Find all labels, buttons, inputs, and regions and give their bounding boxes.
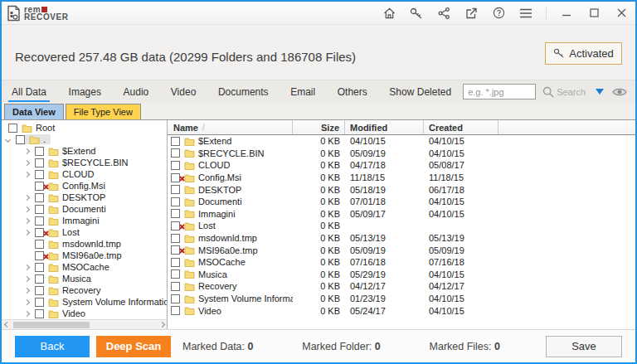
row-checkbox[interactable] [171,185,180,194]
nav-tab[interactable]: Email [285,81,320,102]
row-checkbox[interactable] [171,209,180,218]
tab-file-type-view[interactable]: File Type View [66,104,141,119]
tree-item[interactable]: MSI96a0e.tmp [2,250,167,261]
tree-item[interactable]: Lost [2,226,167,238]
help-icon[interactable] [491,6,506,21]
table-row[interactable]: Immagini 0 KB 05/09/17 04/10/15 [168,208,635,221]
key-icon[interactable] [409,6,424,21]
nav-tab[interactable]: Others [333,81,372,102]
tab-data-view[interactable]: Data View [4,104,64,119]
back-button[interactable]: Back [15,336,90,357]
row-checkbox[interactable] [171,137,180,146]
share-icon[interactable] [436,6,451,21]
tree-item-checkbox[interactable] [35,240,44,249]
save-button[interactable]: Save [546,336,622,357]
row-checkbox[interactable] [171,234,180,243]
maximize-icon[interactable] [586,6,601,21]
tree-item[interactable]: Recovery [2,284,167,296]
tree-item[interactable]: DESKTOP [2,192,167,203]
tree-item-checkbox[interactable] [16,135,25,144]
row-checkbox[interactable] [171,148,180,158]
tree-item-checkbox[interactable] [35,158,44,167]
table-row[interactable]: Documenti 0 KB 07/01/18 04/10/15 [168,196,635,208]
preview-eye-icon[interactable] [612,87,627,97]
table-row[interactable]: $Extend 0 KB 04/10/15 04/10/15 [168,135,635,148]
table-row[interactable]: Recovery 0 KB 04/12/17 04/12/17 [168,280,635,293]
minimize-icon[interactable] [559,6,574,21]
tree-item[interactable]: Documenti [2,203,167,215]
table-row[interactable]: System Volume Information 0 KB 01/23/19 … [168,293,635,305]
search-input[interactable] [463,84,536,99]
expand-chevron-icon[interactable] [24,159,30,165]
tree-item[interactable]: MSOCache [2,261,167,273]
tree-item[interactable]: $RECYCLE.BIN [2,157,167,168]
table-row[interactable]: DESKTOP 0 KB 05/18/19 06/17/18 [168,183,635,196]
tree-item-checkbox[interactable] [35,216,44,226]
tree-item[interactable]: msdownld.tmp [2,238,167,250]
tree-item[interactable]: $Extend [2,145,167,157]
expand-chevron-icon[interactable] [24,310,30,316]
nav-tab[interactable]: Documents [213,81,274,102]
column-header-modified[interactable]: Modified [345,120,424,134]
tree-item[interactable]: System Volume Information [2,296,167,308]
table-row[interactable]: Lost 0 KB [168,220,635,232]
tree-item[interactable]: Immagini [2,215,167,226]
collapse-chevron-icon[interactable] [5,136,11,142]
tree-item-checkbox[interactable] [35,263,44,272]
tree-item-checkbox[interactable] [8,124,17,133]
close-icon[interactable] [614,6,629,21]
tree-item[interactable]: Musica [2,273,167,284]
expand-chevron-icon[interactable] [24,287,30,293]
expand-chevron-icon[interactable] [24,206,30,211]
export-icon[interactable] [464,6,479,21]
tree-item[interactable]: CLOUD [2,168,167,180]
expand-chevron-icon[interactable] [24,194,30,200]
nav-tab[interactable]: All Data [7,81,51,102]
expand-chevron-icon[interactable] [24,264,30,269]
tree-item-checkbox[interactable] [35,170,44,179]
row-checkbox[interactable] [171,294,180,303]
tree-horizontal-scrollbar[interactable] [2,319,167,329]
expand-chevron-icon[interactable] [24,298,30,304]
expand-chevron-icon[interactable] [24,217,30,223]
activated-button[interactable]: Activated [545,42,622,65]
column-header-size[interactable]: Size [293,120,345,134]
table-row[interactable]: Musica 0 KB 05/29/19 04/10/15 [168,269,635,281]
table-row[interactable]: msdownld.tmp 0 KB 05/13/19 05/13/19 [168,232,635,245]
table-row[interactable]: $RECYCLE.BIN 0 KB 05/09/19 04/10/15 [168,148,635,160]
search-button[interactable]: Search [542,86,586,98]
row-checkbox[interactable] [171,197,180,206]
tree-item-checkbox[interactable] [35,274,44,284]
nav-tab[interactable]: Show Deleted [384,81,456,102]
deep-scan-button[interactable]: Deep Scan [96,336,171,357]
expand-chevron-icon[interactable] [24,148,30,153]
table-row[interactable]: Video 0 KB 05/24/17 04/10/15 [168,304,635,317]
tree-item[interactable]: Video [2,308,167,319]
row-checkbox[interactable] [171,258,180,267]
row-checkbox[interactable] [171,269,180,279]
table-row[interactable]: CLOUD 0 KB 04/17/18 05/08/17 [168,159,635,172]
row-checkbox[interactable] [171,161,180,170]
table-row[interactable]: MSI96a0e.tmp 0 KB 05/09/19 05/09/19 [168,244,635,256]
nav-tab[interactable]: Video [166,81,201,102]
nav-tab[interactable]: Audio [119,81,154,102]
home-icon[interactable] [382,6,396,21]
table-row[interactable]: MSOCache 0 KB 07/16/18 07/16/18 [168,256,635,269]
tree-item-checkbox[interactable] [35,147,44,156]
row-checkbox[interactable] [171,282,180,291]
menu-icon[interactable] [518,6,533,21]
nav-tab[interactable]: Images [64,81,106,102]
table-row[interactable]: Config.Msi 0 KB 11/18/15 11/18/15 [168,172,635,184]
scroll-right-icon[interactable] [157,320,167,330]
tree-item-checkbox[interactable] [35,286,44,295]
expand-chevron-icon[interactable] [24,171,30,177]
tree-item-checkbox[interactable] [35,298,44,307]
column-header-created[interactable]: Created [424,120,498,134]
tree-item-checkbox[interactable] [35,309,44,318]
tree-item-drive[interactable]: . [2,133,167,145]
tree-item-checkbox[interactable] [35,193,44,202]
column-header-name[interactable]: Name / [168,120,293,134]
expand-chevron-icon[interactable] [24,275,30,281]
scroll-left-icon[interactable] [2,320,12,330]
scrollbar-thumb[interactable] [13,322,90,328]
